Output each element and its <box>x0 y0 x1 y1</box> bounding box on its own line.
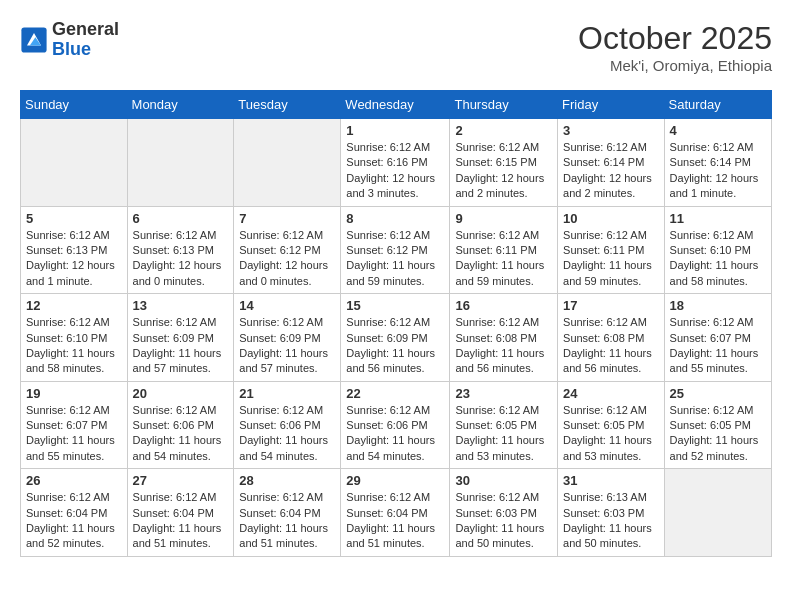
day-number: 20 <box>133 386 229 401</box>
day-number: 16 <box>455 298 552 313</box>
calendar-cell: 12Sunrise: 6:12 AM Sunset: 6:10 PM Dayli… <box>21 294 128 382</box>
day-info: Sunrise: 6:12 AM Sunset: 6:05 PM Dayligh… <box>455 403 552 465</box>
day-number: 7 <box>239 211 335 226</box>
week-row-5: 26Sunrise: 6:12 AM Sunset: 6:04 PM Dayli… <box>21 469 772 557</box>
day-info: Sunrise: 6:12 AM Sunset: 6:04 PM Dayligh… <box>133 490 229 552</box>
day-number: 10 <box>563 211 659 226</box>
calendar-cell: 5Sunrise: 6:12 AM Sunset: 6:13 PM Daylig… <box>21 206 128 294</box>
page-header: General Blue October 2025 Mek'i, Oromiya… <box>20 20 772 74</box>
calendar-cell: 15Sunrise: 6:12 AM Sunset: 6:09 PM Dayli… <box>341 294 450 382</box>
day-info: Sunrise: 6:12 AM Sunset: 6:16 PM Dayligh… <box>346 140 444 202</box>
day-info: Sunrise: 6:12 AM Sunset: 6:13 PM Dayligh… <box>133 228 229 290</box>
calendar-cell <box>234 119 341 207</box>
day-info: Sunrise: 6:12 AM Sunset: 6:11 PM Dayligh… <box>563 228 659 290</box>
day-info: Sunrise: 6:12 AM Sunset: 6:04 PM Dayligh… <box>239 490 335 552</box>
calendar-cell: 30Sunrise: 6:12 AM Sunset: 6:03 PM Dayli… <box>450 469 558 557</box>
day-number: 28 <box>239 473 335 488</box>
week-row-4: 19Sunrise: 6:12 AM Sunset: 6:07 PM Dayli… <box>21 381 772 469</box>
calendar-cell: 18Sunrise: 6:12 AM Sunset: 6:07 PM Dayli… <box>664 294 771 382</box>
day-info: Sunrise: 6:12 AM Sunset: 6:04 PM Dayligh… <box>346 490 444 552</box>
weekday-header-tuesday: Tuesday <box>234 91 341 119</box>
day-info: Sunrise: 6:12 AM Sunset: 6:14 PM Dayligh… <box>670 140 766 202</box>
calendar-cell: 3Sunrise: 6:12 AM Sunset: 6:14 PM Daylig… <box>558 119 665 207</box>
day-info: Sunrise: 6:12 AM Sunset: 6:07 PM Dayligh… <box>670 315 766 377</box>
day-number: 11 <box>670 211 766 226</box>
calendar-cell: 24Sunrise: 6:12 AM Sunset: 6:05 PM Dayli… <box>558 381 665 469</box>
weekday-header-thursday: Thursday <box>450 91 558 119</box>
day-number: 27 <box>133 473 229 488</box>
day-info: Sunrise: 6:12 AM Sunset: 6:10 PM Dayligh… <box>670 228 766 290</box>
day-number: 12 <box>26 298 122 313</box>
day-number: 21 <box>239 386 335 401</box>
weekday-header-wednesday: Wednesday <box>341 91 450 119</box>
calendar-cell: 27Sunrise: 6:12 AM Sunset: 6:04 PM Dayli… <box>127 469 234 557</box>
calendar-cell: 22Sunrise: 6:12 AM Sunset: 6:06 PM Dayli… <box>341 381 450 469</box>
calendar-cell: 26Sunrise: 6:12 AM Sunset: 6:04 PM Dayli… <box>21 469 128 557</box>
calendar-cell: 31Sunrise: 6:13 AM Sunset: 6:03 PM Dayli… <box>558 469 665 557</box>
day-number: 17 <box>563 298 659 313</box>
day-info: Sunrise: 6:13 AM Sunset: 6:03 PM Dayligh… <box>563 490 659 552</box>
calendar-cell: 16Sunrise: 6:12 AM Sunset: 6:08 PM Dayli… <box>450 294 558 382</box>
weekday-header-friday: Friday <box>558 91 665 119</box>
logo-text: General Blue <box>52 20 119 60</box>
logo-icon <box>20 26 48 54</box>
calendar-cell: 6Sunrise: 6:12 AM Sunset: 6:13 PM Daylig… <box>127 206 234 294</box>
week-row-2: 5Sunrise: 6:12 AM Sunset: 6:13 PM Daylig… <box>21 206 772 294</box>
day-info: Sunrise: 6:12 AM Sunset: 6:12 PM Dayligh… <box>239 228 335 290</box>
calendar-cell: 20Sunrise: 6:12 AM Sunset: 6:06 PM Dayli… <box>127 381 234 469</box>
day-info: Sunrise: 6:12 AM Sunset: 6:11 PM Dayligh… <box>455 228 552 290</box>
calendar: SundayMondayTuesdayWednesdayThursdayFrid… <box>20 90 772 557</box>
weekday-header-saturday: Saturday <box>664 91 771 119</box>
day-number: 26 <box>26 473 122 488</box>
day-info: Sunrise: 6:12 AM Sunset: 6:10 PM Dayligh… <box>26 315 122 377</box>
week-row-1: 1Sunrise: 6:12 AM Sunset: 6:16 PM Daylig… <box>21 119 772 207</box>
calendar-cell: 11Sunrise: 6:12 AM Sunset: 6:10 PM Dayli… <box>664 206 771 294</box>
day-info: Sunrise: 6:12 AM Sunset: 6:06 PM Dayligh… <box>133 403 229 465</box>
calendar-cell: 28Sunrise: 6:12 AM Sunset: 6:04 PM Dayli… <box>234 469 341 557</box>
day-number: 24 <box>563 386 659 401</box>
day-number: 3 <box>563 123 659 138</box>
calendar-cell: 17Sunrise: 6:12 AM Sunset: 6:08 PM Dayli… <box>558 294 665 382</box>
day-number: 22 <box>346 386 444 401</box>
calendar-cell <box>127 119 234 207</box>
day-info: Sunrise: 6:12 AM Sunset: 6:05 PM Dayligh… <box>563 403 659 465</box>
day-info: Sunrise: 6:12 AM Sunset: 6:12 PM Dayligh… <box>346 228 444 290</box>
day-number: 31 <box>563 473 659 488</box>
day-info: Sunrise: 6:12 AM Sunset: 6:09 PM Dayligh… <box>239 315 335 377</box>
day-number: 2 <box>455 123 552 138</box>
calendar-cell: 1Sunrise: 6:12 AM Sunset: 6:16 PM Daylig… <box>341 119 450 207</box>
calendar-cell: 2Sunrise: 6:12 AM Sunset: 6:15 PM Daylig… <box>450 119 558 207</box>
day-info: Sunrise: 6:12 AM Sunset: 6:05 PM Dayligh… <box>670 403 766 465</box>
day-number: 30 <box>455 473 552 488</box>
calendar-cell: 10Sunrise: 6:12 AM Sunset: 6:11 PM Dayli… <box>558 206 665 294</box>
day-number: 19 <box>26 386 122 401</box>
day-info: Sunrise: 6:12 AM Sunset: 6:04 PM Dayligh… <box>26 490 122 552</box>
calendar-cell: 7Sunrise: 6:12 AM Sunset: 6:12 PM Daylig… <box>234 206 341 294</box>
calendar-cell: 23Sunrise: 6:12 AM Sunset: 6:05 PM Dayli… <box>450 381 558 469</box>
day-number: 13 <box>133 298 229 313</box>
day-number: 5 <box>26 211 122 226</box>
calendar-cell: 9Sunrise: 6:12 AM Sunset: 6:11 PM Daylig… <box>450 206 558 294</box>
day-info: Sunrise: 6:12 AM Sunset: 6:09 PM Dayligh… <box>133 315 229 377</box>
day-number: 18 <box>670 298 766 313</box>
day-number: 15 <box>346 298 444 313</box>
day-info: Sunrise: 6:12 AM Sunset: 6:08 PM Dayligh… <box>563 315 659 377</box>
calendar-cell <box>664 469 771 557</box>
day-info: Sunrise: 6:12 AM Sunset: 6:03 PM Dayligh… <box>455 490 552 552</box>
weekday-header-sunday: Sunday <box>21 91 128 119</box>
calendar-cell: 14Sunrise: 6:12 AM Sunset: 6:09 PM Dayli… <box>234 294 341 382</box>
day-info: Sunrise: 6:12 AM Sunset: 6:08 PM Dayligh… <box>455 315 552 377</box>
calendar-cell: 4Sunrise: 6:12 AM Sunset: 6:14 PM Daylig… <box>664 119 771 207</box>
week-row-3: 12Sunrise: 6:12 AM Sunset: 6:10 PM Dayli… <box>21 294 772 382</box>
calendar-cell <box>21 119 128 207</box>
weekday-header-row: SundayMondayTuesdayWednesdayThursdayFrid… <box>21 91 772 119</box>
day-number: 8 <box>346 211 444 226</box>
calendar-cell: 13Sunrise: 6:12 AM Sunset: 6:09 PM Dayli… <box>127 294 234 382</box>
calendar-cell: 8Sunrise: 6:12 AM Sunset: 6:12 PM Daylig… <box>341 206 450 294</box>
day-number: 14 <box>239 298 335 313</box>
calendar-cell: 29Sunrise: 6:12 AM Sunset: 6:04 PM Dayli… <box>341 469 450 557</box>
day-number: 25 <box>670 386 766 401</box>
day-info: Sunrise: 6:12 AM Sunset: 6:15 PM Dayligh… <box>455 140 552 202</box>
logo-blue: Blue <box>52 40 119 60</box>
day-info: Sunrise: 6:12 AM Sunset: 6:06 PM Dayligh… <box>346 403 444 465</box>
